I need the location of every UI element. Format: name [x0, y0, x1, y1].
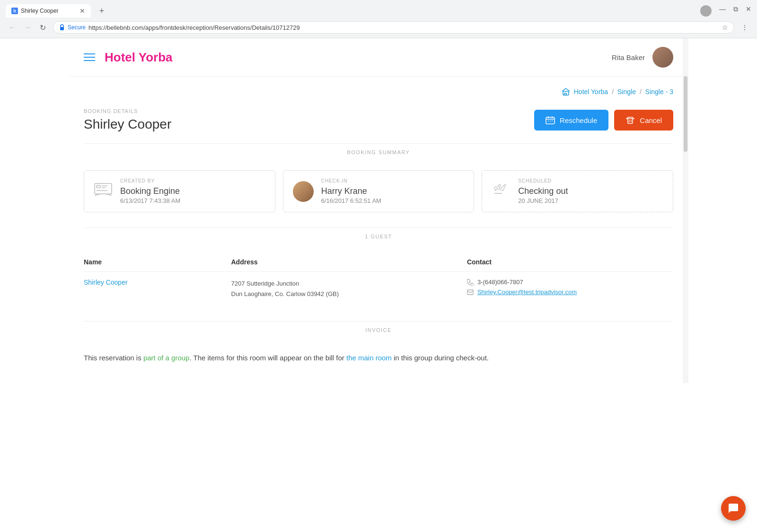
browser-tab[interactable]: b Shirley Cooper ✕	[6, 4, 91, 17]
bookmark-icon[interactable]: ☆	[722, 24, 728, 31]
card-created-by: CREATED BY Booking Engine 6/13/2017 7:43…	[84, 170, 275, 212]
card-scheduled-meta: SCHEDULED	[518, 178, 568, 183]
guest-email[interactable]: Shirley.Cooper@test.tripadvisor.com	[477, 288, 577, 296]
breadcrumb: Hotel Yorba / Single / Single - 3	[562, 88, 673, 96]
card-checkin-title: Harry Krane	[321, 186, 381, 196]
window-controls: — ⧉ ✕	[700, 5, 751, 17]
card-checkin-avatar	[293, 181, 314, 202]
reschedule-button[interactable]: Reschedule	[534, 110, 608, 131]
card-scheduled: SCHEDULED Checking out 20 JUNE 2017	[482, 170, 673, 212]
guest-address: 7207 Sutteridge Junction Dun Laoghaire, …	[231, 279, 467, 299]
profile-icon	[700, 5, 712, 17]
invoice-section-label: INVOICE	[84, 321, 673, 339]
table-row: Shirley Cooper 7207 Sutteridge Junction …	[84, 272, 673, 306]
phone-icon	[467, 279, 474, 286]
guest-address-line1: 7207 Sutteridge Junction	[231, 279, 467, 289]
breadcrumb-sep-2: /	[640, 88, 642, 96]
header-username: Rita Baker	[612, 53, 645, 61]
brand-logo: Hotel Yorba	[105, 50, 173, 65]
scrollbar-thumb[interactable]	[684, 76, 687, 152]
url-bar[interactable]: Secure https://bellebnb.com/apps/frontde…	[53, 21, 734, 34]
contact-email-row: Shirley.Cooper@test.tripadvisor.com	[467, 288, 673, 296]
avatar	[652, 47, 673, 68]
back-button[interactable]: ←	[6, 21, 19, 34]
invoice-text-before: This reservation is	[84, 354, 143, 362]
calendar-icon	[546, 116, 555, 124]
guest-table: Name Address Contact Shirley Cooper 7207…	[84, 254, 673, 306]
main-content: BOOKING DETAILS Shirley Cooper Reschedul…	[69, 101, 688, 383]
close-button[interactable]: ✕	[746, 5, 751, 17]
card-checkin-subtitle: 6/16/2017 6:52:51 AM	[321, 197, 381, 204]
booking-name: Shirley Cooper	[84, 117, 171, 132]
breadcrumb-hotel[interactable]: Hotel Yorba	[574, 88, 608, 96]
col-name: Name	[84, 254, 231, 272]
booking-label: BOOKING DETAILS	[84, 108, 171, 114]
card-created-by-meta: CREATED BY	[120, 178, 180, 183]
card-scheduled-content: SCHEDULED Checking out 20 JUNE 2017	[518, 178, 568, 204]
plane-icon	[492, 181, 511, 201]
card-created-by-content: CREATED BY Booking Engine 6/13/2017 7:43…	[120, 178, 180, 204]
breadcrumb-sep-1: /	[612, 88, 614, 96]
refresh-button[interactable]: ↻	[36, 21, 49, 34]
card-created-by-subtitle: 6/13/2017 7:43:38 AM	[120, 197, 180, 204]
breadcrumb-single[interactable]: Single	[617, 88, 636, 96]
svg-rect-2	[564, 93, 566, 95]
browser-nav: ← → ↻	[6, 21, 49, 34]
booking-engine-icon	[94, 183, 113, 200]
card-checkin: CHECK-IN Harry Krane 6/16/2017 6:52:51 A…	[283, 170, 475, 212]
email-icon	[467, 289, 474, 295]
guest-address-line2: Dun Laoghaire, Co. Carlow 03942 (GB)	[231, 289, 467, 299]
cancel-button[interactable]: Cancel	[614, 110, 673, 131]
guests-section-label: 1 GUEST	[84, 227, 673, 245]
invoice-text-after: in this group during check-out.	[392, 354, 489, 362]
card-scheduled-title: Checking out	[518, 186, 568, 196]
booking-title-block: BOOKING DETAILS Shirley Cooper	[84, 108, 171, 132]
url-text: https://bellebnb.com/apps/frontdesk/rece…	[88, 24, 719, 31]
guest-name-link[interactable]: Shirley Cooper	[84, 279, 128, 286]
breadcrumb-single-3[interactable]: Single - 3	[645, 88, 673, 96]
home-icon	[562, 88, 570, 96]
card-checkin-content: CHECK-IN Harry Krane 6/16/2017 6:52:51 A…	[321, 178, 381, 204]
card-scheduled-subtitle: 20 JUNE 2017	[518, 197, 568, 204]
col-contact: Contact	[467, 254, 673, 272]
cancel-label: Cancel	[640, 116, 662, 124]
forward-button[interactable]: →	[21, 21, 34, 34]
svg-rect-0	[60, 27, 64, 30]
reschedule-label: Reschedule	[560, 116, 597, 124]
breadcrumb-area: Hotel Yorba / Single / Single - 3	[69, 77, 688, 101]
tab-title: Shirley Cooper	[21, 8, 77, 14]
invoice-text-between: . The items for this room will appear on…	[189, 354, 346, 362]
guest-phone: 3-(648)066-7807	[477, 279, 523, 286]
scrollbar-track	[683, 38, 688, 383]
card-created-by-title: Booking Engine	[120, 186, 180, 196]
restore-button[interactable]: ⧉	[733, 5, 738, 17]
main-room-link[interactable]: the main room	[346, 354, 392, 362]
header-right: Rita Baker	[612, 47, 673, 68]
svg-rect-13	[97, 185, 100, 188]
recycle-icon	[625, 115, 635, 125]
booking-header: BOOKING DETAILS Shirley Cooper Reschedul…	[84, 101, 673, 143]
contact-phone-row: 3-(648)066-7807	[467, 279, 673, 286]
new-tab-button[interactable]: +	[95, 4, 109, 18]
hamburger-menu[interactable]	[84, 53, 95, 61]
browser-menu-button[interactable]: ⋮	[738, 21, 751, 34]
booking-actions: Reschedule Cancel	[534, 110, 673, 131]
secure-label: Secure	[68, 24, 86, 31]
minimize-button[interactable]: —	[719, 5, 726, 17]
app-header: Hotel Yorba Rita Baker	[69, 38, 688, 77]
card-checkin-meta: CHECK-IN	[321, 178, 381, 183]
group-link[interactable]: part of a group	[143, 354, 190, 362]
tab-close-icon[interactable]: ✕	[79, 7, 85, 15]
booking-summary-label: BOOKING SUMMARY	[84, 143, 673, 161]
summary-cards: CREATED BY Booking Engine 6/13/2017 7:43…	[84, 170, 673, 212]
svg-rect-20	[467, 290, 473, 295]
col-address: Address	[231, 254, 467, 272]
invoice-text: This reservation is part of a group. The…	[84, 348, 673, 364]
guest-contact: 3-(648)066-7807 Shirley.Cooper@test.trip…	[467, 279, 673, 296]
svg-rect-3	[546, 117, 555, 124]
lock-icon	[59, 24, 65, 31]
tab-favicon: b	[11, 8, 18, 14]
